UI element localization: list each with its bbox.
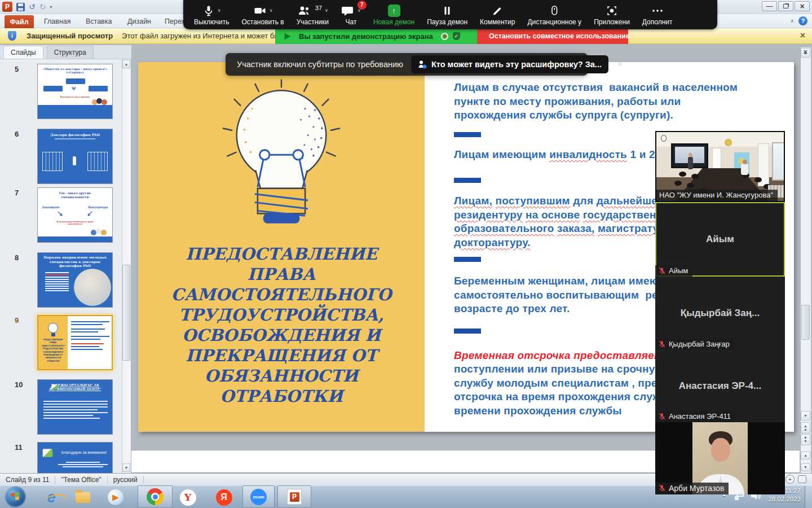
arrow-icon: [86, 211, 93, 217]
fit-to-window-button[interactable]: [798, 475, 806, 483]
microphone-icon: [202, 5, 215, 17]
separator-dash: [454, 178, 481, 183]
tab-design[interactable]: Дизайн: [127, 17, 151, 25]
participant-tile-room[interactable]: НАО "ЖУ имени И. Жансугурова": [655, 131, 785, 202]
photo-circle: [74, 269, 111, 306]
gold-emblem: [725, 139, 732, 146]
sidebar-scrollbar-thumb[interactable]: [122, 265, 130, 361]
restore-button[interactable]: [778, 1, 793, 11]
chevron-down-icon[interactable]: ∨: [325, 8, 328, 13]
toast-close-icon[interactable]: ×: [617, 59, 623, 69]
shield-info-icon: i: [8, 31, 16, 41]
chevron-down-icon[interactable]: ∨: [218, 8, 221, 13]
previous-slide-button[interactable]: ▲▲: [801, 422, 810, 433]
thumbnail-slide-8[interactable]: Порядок направление молодых специалистов…: [37, 252, 113, 308]
apps-button[interactable]: Приложени: [589, 0, 635, 29]
lightbulb-illustration: [211, 78, 352, 239]
person-captions-icon: [418, 60, 427, 69]
mic-muted-icon: [658, 340, 666, 348]
redo-icon[interactable]: ↻: [39, 3, 46, 11]
thumbnail-slide-9-selected[interactable]: ПРЕДОСТАВЛЕНИЕ ПРАВА САМОСТОЯТЕЛЬНОГО ТР…: [37, 315, 113, 370]
close-button[interactable]: ×: [795, 1, 810, 11]
tab-slides[interactable]: Слайды: [3, 46, 43, 59]
taskbar-zoom-button[interactable]: zoom: [242, 485, 275, 508]
minimize-button[interactable]: —: [762, 1, 777, 11]
powerpoint-app-icon[interactable]: P: [2, 2, 12, 12]
chevron-down-icon[interactable]: ∨: [270, 8, 273, 13]
more-button[interactable]: Дополнит: [637, 0, 678, 29]
mute-button[interactable]: ∨ Выключить: [189, 0, 234, 29]
chat-icon: [341, 5, 355, 17]
notes-scroll-up-icon[interactable]: ▲: [801, 452, 810, 459]
protected-view-title: Защищенный просмотр: [27, 32, 113, 40]
participant-tile[interactable]: Анастасия ЭР-4... Анастасия ЭР-411: [655, 350, 785, 422]
main-scrollbar-thumb[interactable]: [801, 305, 810, 340]
participants-button[interactable]: 37 ∨ Участники: [292, 0, 334, 29]
person-icon: [73, 156, 76, 165]
participant-tile[interactable]: Қыдырбай Заң... Қыдырбай Заңғар: [655, 277, 785, 350]
remote-mouse-icon: [548, 5, 561, 17]
toast-text: Участник включил субтитры по требованию: [237, 60, 403, 69]
zoom-video-strip: НАО "ЖУ имени И. Жансугурова" Айым Айым …: [655, 131, 785, 494]
thumbnail-slide-7[interactable]: Гос. заказ другие специальности Бакалавр…: [37, 187, 113, 243]
start-button[interactable]: [5, 486, 26, 507]
new-share-button[interactable]: ↑ Новая демон: [368, 0, 420, 29]
help-icon[interactable]: ?: [798, 16, 807, 25]
thumbnail-slide-5[interactable]: «Маңгілік ел жастары - индустрияға!» («С…: [37, 64, 113, 119]
pause-share-button[interactable]: Пауза демон: [422, 0, 473, 29]
recording-icon: [441, 33, 448, 40]
tab-home[interactable]: Главная: [44, 17, 71, 25]
sidebar-scroll-down-icon[interactable]: ▼: [122, 463, 130, 472]
next-slide-button[interactable]: ▼▼: [801, 434, 810, 445]
thumbnail-slide-10[interactable]: "ҚАРЖЫ ОРТАЛЫҒЫ" АК АО "ФИНАНСОВЫЙ ЦЕНТР…: [37, 379, 113, 435]
tab-insert[interactable]: Вставка: [86, 17, 112, 25]
thumbnail-slide-11[interactable]: Благодарю за внимание!: [37, 442, 113, 473]
participant-name-label: Анастасия ЭР-411: [655, 411, 735, 422]
stop-video-button[interactable]: ∨ Остановить в: [236, 0, 289, 29]
tab-file[interactable]: Файл: [5, 15, 34, 28]
collapse-ribbon-icon[interactable]: ∧: [790, 18, 794, 24]
main-scrollbar[interactable]: [800, 47, 811, 473]
share-screen-icon: ↑: [388, 5, 400, 17]
sidebar-scroll-up-icon[interactable]: ▲: [122, 60, 130, 68]
protected-view-close-icon[interactable]: ×: [800, 30, 805, 41]
building-icon: [42, 152, 63, 171]
notes-scroll-down-icon[interactable]: ▼: [801, 463, 810, 471]
annotate-button[interactable]: Комментир: [475, 0, 520, 29]
taskbar-chrome-button[interactable]: [138, 485, 173, 508]
taskbar-explorer-icon[interactable]: [74, 489, 91, 506]
zoom-in-button[interactable]: +: [785, 475, 795, 484]
zoom-icon: zoom: [250, 489, 267, 505]
thumb-footer-band: [38, 105, 112, 119]
captions-toast: Участник включил субтитры по требованию …: [226, 53, 588, 76]
remote-control-button[interactable]: Дистанционное у: [522, 0, 586, 29]
save-icon[interactable]: [16, 3, 25, 11]
mic-muted-icon: [658, 413, 666, 421]
air-conditioner: [758, 143, 769, 186]
slide-title: ПРЕДОСТАВЛЕНИЕ ПРАВА САМОСТОЯТЕЛЬНОГО ТР…: [138, 244, 425, 406]
participant-tile-video[interactable]: Арби Муртазов: [655, 422, 785, 494]
thumbnail-slide-6[interactable]: Доктора философии PhD: [37, 129, 113, 184]
sidebar-close-icon[interactable]: ×: [803, 47, 807, 56]
undo-icon[interactable]: ↺: [29, 3, 36, 11]
taskbar-yandex-icon[interactable]: Я: [215, 489, 232, 506]
taskbar-internet-explorer-icon[interactable]: e: [43, 489, 60, 506]
taskbar-media-player-icon[interactable]: ▶: [107, 489, 124, 506]
share-banner-text: Вы запустили демонстрацию экрана: [299, 32, 433, 41]
show-desktop-button[interactable]: [805, 485, 812, 508]
customize-quick-access-icon[interactable]: ▾: [50, 5, 52, 10]
tab-outline[interactable]: Структура: [47, 46, 94, 59]
participant-tile[interactable]: Айым Айым: [655, 202, 785, 277]
taskbar-yandex-browser-icon[interactable]: Y: [179, 489, 196, 506]
person-face: [711, 438, 730, 462]
slide-thumbnail-row: 11 Благодарю за внимание!: [0, 442, 122, 473]
taskbar-powerpoint-button[interactable]: P: [277, 485, 311, 508]
scroll-down-icon[interactable]: ▼: [801, 411, 810, 421]
chrome-icon: [147, 488, 164, 505]
zoom-meeting-toolbar: ∨ Выключить ∨ Остановить в 37 ∨ Участник…: [183, 0, 717, 29]
mic-muted-icon: [658, 484, 666, 492]
participant-name-label: Айым: [655, 265, 692, 277]
who-can-see-transcript-button[interactable]: Кто может видеть эту расшифровку? За...: [411, 55, 608, 73]
stop-share-button[interactable]: Остановить совместное использование: [477, 28, 628, 44]
chat-button[interactable]: 7 ∨ Чат: [336, 0, 366, 29]
